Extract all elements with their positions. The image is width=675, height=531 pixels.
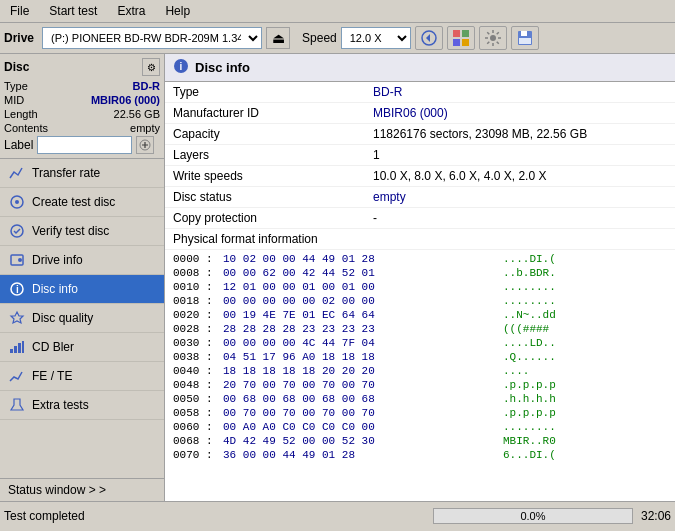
hex-addr-11: 0058 : [173,407,223,419]
svg-rect-3 [453,39,460,46]
hex-bytes-7: 04 51 17 96 A0 18 18 18 [223,351,503,363]
transfer-rate-icon [8,164,26,182]
hex-bytes-3: 00 00 00 00 00 02 00 00 [223,295,503,307]
write-speeds-val: 10.0 X, 8.0 X, 6.0 X, 4.0 X, 2.0 X [373,168,546,184]
disc-info-icon: i [8,280,26,298]
verify-icon [8,222,26,240]
status-text: Test completed [4,509,429,523]
hex-addr-7: 0038 : [173,351,223,363]
disc-panel: Disc ⚙ Type BD-R MID MBIR06 (000) Length… [0,54,164,159]
hex-ascii-0: ....DI.( [503,253,556,265]
menu-start-test[interactable]: Start test [43,2,103,20]
toolbar: Drive (P:) PIONEER BD-RW BDR-209M 1.34 ⏏… [0,23,675,54]
layers-key: Layers [173,147,373,163]
svg-rect-19 [14,346,17,353]
hex-row-9: 0048 : 20 70 00 70 00 70 00 70 .p.p.p.p [173,378,667,392]
hex-ascii-3: ........ [503,295,556,307]
sidebar: Disc ⚙ Type BD-R MID MBIR06 (000) Length… [0,54,165,501]
eject-button[interactable]: ⏏ [266,27,290,49]
capacity-val: 11826176 sectors, 23098 MB, 22.56 GB [373,126,587,142]
svg-rect-18 [10,349,13,353]
hex-addr-9: 0048 : [173,379,223,391]
sidebar-item-disc-quality[interactable]: Disc quality [0,304,164,333]
hex-addr-8: 0040 : [173,365,223,377]
color-button[interactable] [447,26,475,50]
auto-speed-button[interactable] [415,26,443,50]
hex-addr-12: 0060 : [173,421,223,433]
hex-ascii-4: ..N~..dd [503,309,556,321]
menu-file[interactable]: File [4,2,35,20]
length-value: 22.56 GB [114,108,160,120]
sidebar-item-fe-te[interactable]: FE / TE [0,362,164,391]
content-scroll[interactable]: Type BD-R Manufacturer ID MBIR06 (000) C… [165,82,675,501]
hex-bytes-9: 20 70 00 70 00 70 00 70 [223,379,503,391]
hex-bytes-14: 36 00 00 44 49 01 28 [223,449,503,461]
copy-prot-key: Copy protection [173,210,373,226]
status-bar: Test completed 0.0% 32:06 [0,501,675,529]
hex-row-1: 0008 : 00 00 62 00 42 44 52 01 ..b.BDR. [173,266,667,280]
sidebar-item-drive-info[interactable]: Drive info [0,246,164,275]
svg-rect-21 [22,341,24,353]
disc-info-label: Disc info [32,282,78,296]
hex-bytes-12: 00 A0 A0 C0 C0 C0 C0 00 [223,421,503,433]
content-area: i Disc info Type BD-R Manufacturer ID MB… [165,54,675,501]
hex-ascii-2: ........ [503,281,556,293]
disc-settings-button[interactable]: ⚙ [142,58,160,76]
type-value: BD-R [133,80,161,92]
drive-select[interactable]: (P:) PIONEER BD-RW BDR-209M 1.34 [42,27,262,49]
save-button[interactable] [511,26,539,50]
hex-row-8: 0040 : 18 18 18 18 18 20 20 20 .... [173,364,667,378]
disc-quality-label: Disc quality [32,311,93,325]
sidebar-item-disc-info[interactable]: i Disc info [0,275,164,304]
hex-row-4: 0020 : 00 19 4E 7E 01 EC 64 64 ..N~..dd [173,308,667,322]
phys-fmt-key: Physical format information [173,231,373,247]
settings-button[interactable] [479,26,507,50]
svg-marker-17 [11,312,23,323]
hex-bytes-4: 00 19 4E 7E 01 EC 64 64 [223,309,503,321]
disc-status-key: Disc status [173,189,373,205]
status-window[interactable]: Status window > > [0,478,164,501]
contents-value: empty [130,122,160,134]
sidebar-item-verify-test-disc[interactable]: Verify test disc [0,217,164,246]
hex-row-3: 0018 : 00 00 00 00 00 02 00 00 ........ [173,294,667,308]
content-header-title: Disc info [195,60,250,75]
extra-tests-icon [8,396,26,414]
hex-bytes-11: 00 70 00 70 00 70 00 70 [223,407,503,419]
hex-addr-10: 0050 : [173,393,223,405]
label-input[interactable] [37,136,132,154]
sidebar-item-cd-bler[interactable]: CD Bler [0,333,164,362]
info-table: Type BD-R Manufacturer ID MBIR06 (000) C… [165,82,675,464]
svg-rect-1 [453,30,460,37]
sidebar-item-create-test-disc[interactable]: Create test disc [0,188,164,217]
mfr-val: MBIR06 (000) [373,105,448,121]
info-row-layers: Layers 1 [165,145,675,166]
progress-value: 0.0% [520,510,545,522]
sidebar-item-transfer-rate[interactable]: Transfer rate [0,159,164,188]
label-label: Label [4,138,33,152]
menu-help[interactable]: Help [159,2,196,20]
hex-addr-5: 0028 : [173,323,223,335]
contents-label: Contents [4,122,48,134]
status-window-label: Status window > > [8,483,106,497]
svg-text:i: i [180,61,183,72]
drive-label: Drive [4,31,34,45]
info-row-phys-fmt: Physical format information [165,229,675,250]
write-speeds-key: Write speeds [173,168,373,184]
disc-panel-title: Disc [4,60,29,74]
hex-ascii-9: .p.p.p.p [503,379,556,391]
hex-addr-1: 0008 : [173,267,223,279]
hex-row-6: 0030 : 00 00 00 00 4C 44 7F 04 ....LD.. [173,336,667,350]
capacity-key: Capacity [173,126,373,142]
menu-extra[interactable]: Extra [111,2,151,20]
transfer-rate-label: Transfer rate [32,166,100,180]
speed-select[interactable]: 12.0 X [341,27,411,49]
label-icon-button[interactable] [136,136,154,154]
hex-row-11: 0058 : 00 70 00 70 00 70 00 70 .p.p.p.p [173,406,667,420]
sidebar-item-extra-tests[interactable]: Extra tests [0,391,164,420]
type-label: Type [4,80,28,92]
svg-rect-20 [18,343,21,353]
menu-bar: File Start test Extra Help [0,0,675,23]
hex-addr-13: 0068 : [173,435,223,447]
type-key: Type [173,84,373,100]
hex-row-13: 0068 : 4D 42 49 52 00 00 52 30 MBIR..R0 [173,434,667,448]
